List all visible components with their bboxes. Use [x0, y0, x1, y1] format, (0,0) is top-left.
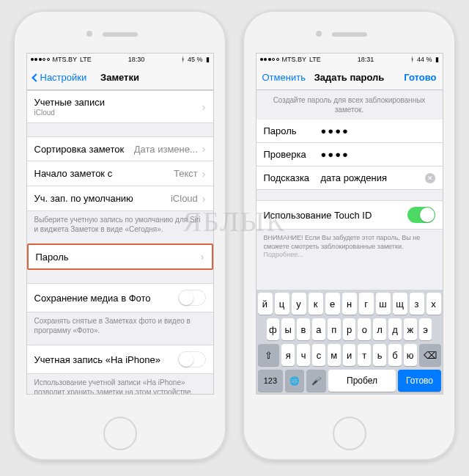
return-key[interactable]: Готово	[398, 370, 440, 392]
chevron-left-icon	[32, 73, 40, 81]
chevron-right-icon: ›	[201, 251, 204, 263]
key-й[interactable]: й	[258, 293, 273, 315]
cancel-button[interactable]: Отменить	[262, 72, 306, 83]
key-н[interactable]: н	[342, 293, 357, 315]
key-в[interactable]: в	[297, 318, 310, 340]
battery-icon: ▮	[206, 56, 210, 63]
chevron-right-icon: ›	[202, 193, 206, 205]
cell-password[interactable]: Пароль ›	[27, 244, 213, 270]
key-о[interactable]: о	[358, 318, 371, 340]
cell-sort[interactable]: Сортировка заметок Дата измене...›	[27, 136, 213, 161]
chevron-right-icon: ›	[202, 143, 206, 155]
key-г[interactable]: г	[359, 293, 374, 315]
camera-dot	[86, 31, 92, 37]
key-ю[interactable]: ю	[404, 344, 417, 366]
home-button[interactable]	[103, 417, 137, 450]
key-э[interactable]: э	[419, 318, 432, 340]
password-form: Создайте пароль для всех заблокированных…	[256, 90, 443, 394]
clock: 18:30	[128, 56, 145, 63]
key-row-1: йцукенгшщзх	[258, 293, 441, 315]
mic-key[interactable]: 🎤	[306, 370, 325, 392]
key-д[interactable]: д	[388, 318, 402, 340]
key-т[interactable]: т	[358, 344, 371, 366]
touchid-switch[interactable]	[407, 207, 435, 223]
key-к[interactable]: к	[309, 293, 323, 315]
cell-default-account[interactable]: Уч. зап. по умолчанию iCloud›	[27, 186, 213, 211]
key-с[interactable]: с	[312, 344, 325, 366]
key-м[interactable]: м	[328, 344, 341, 366]
key-ф[interactable]: ф	[267, 318, 280, 340]
key-у[interactable]: у	[292, 293, 306, 315]
back-button[interactable]: Настройки	[33, 72, 87, 83]
verify-field-row[interactable]: Проверка ●●●●	[256, 143, 443, 166]
password-field-row[interactable]: Пароль ●●●●	[256, 120, 443, 143]
oniphone-switch[interactable]	[178, 351, 206, 367]
signal-icon	[31, 58, 50, 61]
accounts-sub: iCloud	[34, 109, 105, 117]
signal-icon	[260, 58, 279, 61]
network-label: LTE	[309, 56, 321, 63]
start-value: Текст	[174, 168, 198, 179]
cell-accounts[interactable]: Учетные записи iCloud ›	[27, 90, 213, 123]
key-х[interactable]: х	[426, 293, 441, 315]
key-б[interactable]: б	[388, 344, 402, 366]
accounts-label: Учетные записи	[34, 97, 105, 108]
delete-key[interactable]: ⌫	[419, 344, 441, 366]
clock: 18:31	[358, 56, 374, 63]
key-з[interactable]: з	[410, 293, 424, 315]
key-ш[interactable]: ш	[376, 293, 391, 315]
savemedia-switch[interactable]	[178, 290, 206, 306]
password-value[interactable]: ●●●●	[321, 125, 435, 136]
settings-list[interactable]: Учетные записи iCloud › Сортировка замет…	[27, 90, 213, 394]
chevron-right-icon: ›	[202, 168, 206, 180]
cell-touchid[interactable]: Использование Touch ID	[256, 200, 443, 230]
key-л[interactable]: л	[373, 318, 386, 340]
password-label: Пароль	[36, 252, 69, 263]
done-button[interactable]: Готово	[404, 72, 436, 83]
hint-field-row[interactable]: Подсказка дата рождения ✕	[256, 166, 443, 190]
chevron-right-icon: ›	[202, 101, 206, 113]
touchid-label: Использование Touch ID	[264, 210, 372, 221]
back-label: Настройки	[40, 72, 87, 83]
carrier-label: MTS.BY	[282, 56, 307, 63]
numeric-key[interactable]: 123	[258, 370, 284, 392]
globe-key[interactable]: 🌐	[285, 370, 304, 392]
battery-label: 45 %	[188, 56, 203, 63]
sort-label: Сортировка заметок	[34, 144, 125, 155]
cell-on-iphone[interactable]: Учетная запись «На iPhone»	[27, 345, 213, 374]
default-value: iCloud	[171, 193, 198, 204]
shift-key[interactable]: ⇧	[258, 344, 280, 366]
hint-label: Подсказка	[264, 172, 321, 183]
key-щ[interactable]: щ	[393, 293, 407, 315]
status-bar: MTS.BY LTE 18:30 ᚼ 45 % ▮	[27, 54, 213, 65]
cell-start[interactable]: Начало заметок с Текст›	[27, 161, 213, 186]
key-е[interactable]: е	[325, 293, 340, 315]
home-button[interactable]	[333, 417, 366, 450]
key-ц[interactable]: ц	[275, 293, 289, 315]
key-ж[interactable]: ж	[404, 318, 417, 340]
savemedia-footer: Сохранять снятые в Заметках фото и видео…	[27, 312, 213, 339]
key-а[interactable]: а	[312, 318, 325, 340]
space-key[interactable]: Пробел	[328, 370, 396, 392]
key-ь[interactable]: ь	[373, 344, 386, 366]
key-я[interactable]: я	[281, 344, 295, 366]
verify-value[interactable]: ●●●●	[321, 149, 435, 160]
screen-left: MTS.BY LTE 18:30 ᚼ 45 % ▮ Настройки Заме…	[26, 53, 214, 395]
key-п[interactable]: п	[328, 318, 341, 340]
key-и[interactable]: и	[343, 344, 356, 366]
clear-icon[interactable]: ✕	[425, 173, 435, 183]
default-label: Уч. зап. по умолчанию	[34, 193, 133, 204]
learn-more-link[interactable]: Подробнее...	[264, 251, 303, 258]
nav-bar: Отменить Задать пароль Готово	[256, 65, 443, 90]
savemedia-label: Сохранение медиа в Фото	[34, 293, 151, 304]
speaker-slot	[332, 32, 367, 37]
key-р[interactable]: р	[343, 318, 356, 340]
keyboard[interactable]: йцукенгшщзх фывапролджэ ⇧ ячсмитьбю ⌫ 12…	[256, 290, 443, 394]
cell-save-media[interactable]: Сохранение медиа в Фото	[27, 283, 213, 312]
oniphone-label: Учетная запись «На iPhone»	[34, 354, 160, 365]
key-ы[interactable]: ы	[281, 318, 295, 340]
sort-value: Дата измене...	[134, 144, 198, 155]
hint-value[interactable]: дата рождения	[321, 172, 425, 183]
key-ч[interactable]: ч	[297, 344, 310, 366]
phone-left: MTS.BY LTE 18:30 ᚼ 45 % ▮ Настройки Заме…	[13, 10, 226, 461]
